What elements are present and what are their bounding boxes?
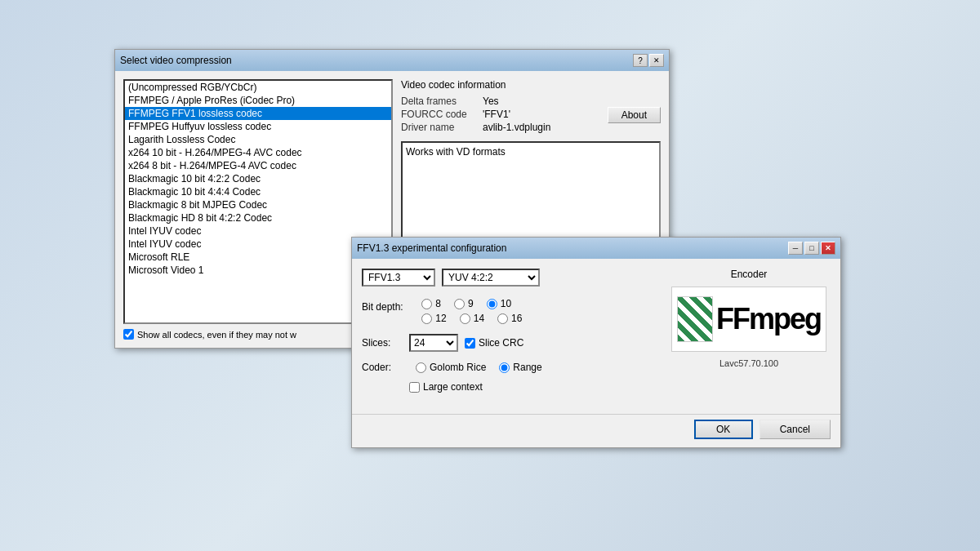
bit-depth-row-2: 12 14 16 bbox=[421, 313, 522, 324]
fourcc-label: FOURCC code bbox=[401, 109, 483, 120]
list-item[interactable]: FFMPEG / Apple ProRes (iCodec Pro) bbox=[125, 94, 391, 107]
about-button[interactable]: About bbox=[608, 107, 661, 123]
bit-depth-10-radio[interactable] bbox=[487, 299, 497, 309]
ffv-dialog-content: FFV1.3 YUV 4:2:2 YUV 4:2:0 YUV 4:4:4 Bit… bbox=[352, 259, 840, 414]
bit-depth-16-label: 16 bbox=[511, 313, 522, 324]
slice-crc-item[interactable]: Slice CRC bbox=[465, 337, 523, 349]
bit-depth-12-radio[interactable] bbox=[421, 313, 432, 324]
fourcc-value: 'FFV1' bbox=[483, 109, 608, 120]
bit-depth-8-label: 8 bbox=[435, 298, 441, 309]
codec-description-box: Works with VD formats bbox=[401, 141, 661, 247]
ffmpeg-logo: FFmpeg bbox=[677, 296, 821, 342]
ffv-title-bar: FFV1.3 experimental configuration ─ □ ✕ bbox=[352, 238, 840, 259]
list-item[interactable]: Blackmagic HD 8 bit 4:2:2 Codec bbox=[125, 211, 391, 224]
large-context-row: Large context bbox=[362, 381, 654, 393]
golomb-rice-item[interactable]: Golomb Rice bbox=[416, 362, 486, 373]
ffmpeg-logo-box: FFmpeg bbox=[671, 287, 826, 352]
driver-value: avlib-1.vdplugin bbox=[483, 122, 608, 133]
main-dialog-title: Select video compression bbox=[120, 55, 232, 66]
bit-depth-label: Bit depth: bbox=[362, 301, 419, 313]
bit-depth-12-item[interactable]: 12 bbox=[421, 313, 446, 324]
ffv-config-dialog: FFV1.3 experimental configuration ─ □ ✕ … bbox=[351, 237, 841, 448]
golomb-rice-radio[interactable] bbox=[416, 362, 426, 373]
main-dialog-controls: ? ✕ bbox=[633, 54, 664, 67]
ffv-dialog-controls: ─ □ ✕ bbox=[788, 242, 835, 255]
bit-depth-row-1: 8 9 10 bbox=[421, 298, 522, 309]
ffv-dialog-title: FFV1.3 experimental configuration bbox=[357, 242, 506, 254]
main-dialog-title-bar: Select video compression ? ✕ bbox=[115, 50, 669, 71]
ffv-dialog-buttons: OK Cancel bbox=[352, 414, 840, 447]
driver-label: Driver name bbox=[401, 122, 483, 133]
slices-row: Slices: 24 4 6 9 12 16 30 Slice CRC bbox=[362, 334, 654, 352]
codec-description-text: Works with VD formats bbox=[406, 146, 506, 158]
golomb-rice-label: Golomb Rice bbox=[430, 362, 486, 373]
list-item[interactable]: x264 8 bit - H.264/MPEG-4 AVC codec bbox=[125, 159, 391, 172]
codec-version-select[interactable]: FFV1.3 bbox=[362, 269, 435, 287]
bit-depth-9-item[interactable]: 9 bbox=[454, 298, 474, 309]
codec-info-title: Video codec information bbox=[401, 79, 661, 91]
slice-crc-label: Slice CRC bbox=[479, 337, 523, 349]
minimize-button[interactable]: ─ bbox=[788, 242, 803, 255]
bit-depth-10-item[interactable]: 10 bbox=[487, 298, 511, 309]
range-item[interactable]: Range bbox=[499, 362, 541, 373]
cancel-button[interactable]: Cancel bbox=[760, 420, 831, 439]
ffmpeg-stripe-icon bbox=[677, 296, 713, 342]
bit-depth-9-label: 9 bbox=[468, 298, 474, 309]
list-item[interactable]: (Uncompressed RGB/YCbCr) bbox=[125, 81, 391, 94]
driver-row: Driver name avlib-1.vdplugin bbox=[401, 122, 608, 133]
list-item[interactable]: FFMPEG Huffyuv lossless codec bbox=[125, 120, 391, 133]
ffv-close-button[interactable]: ✕ bbox=[821, 242, 835, 255]
slices-label: Slices: bbox=[362, 337, 403, 349]
large-context-label: Large context bbox=[423, 381, 483, 393]
dropdowns-row: FFV1.3 YUV 4:2:2 YUV 4:2:0 YUV 4:4:4 bbox=[362, 269, 654, 287]
bit-depth-8-radio[interactable] bbox=[421, 299, 432, 309]
list-item[interactable]: x264 10 bit - H.264/MPEG-4 AVC codec bbox=[125, 146, 391, 159]
yuv-format-select[interactable]: YUV 4:2:2 YUV 4:2:0 YUV 4:4:4 bbox=[442, 269, 540, 287]
ok-button[interactable]: OK bbox=[694, 420, 753, 439]
bit-depth-12-label: 12 bbox=[435, 313, 446, 324]
bit-depth-14-radio[interactable] bbox=[460, 313, 470, 324]
large-context-checkbox[interactable] bbox=[409, 382, 420, 393]
range-radio[interactable] bbox=[499, 362, 510, 373]
list-item[interactable]: Blackmagic 10 bit 4:4:4 Codec bbox=[125, 185, 391, 198]
list-item[interactable]: Blackmagic 8 bit MJPEG Codec bbox=[125, 198, 391, 211]
fourcc-row: FOURCC code 'FFV1' bbox=[401, 109, 608, 120]
delta-frames-value: Yes bbox=[483, 96, 608, 107]
bit-depth-section: Bit depth: 8 9 10 bbox=[362, 298, 654, 324]
encoder-label: Encoder bbox=[731, 269, 768, 280]
ffmpeg-version: Lavc57.70.100 bbox=[719, 358, 778, 368]
show-all-codecs-label: Show all codecs, even if they may not w bbox=[137, 330, 296, 340]
bit-depth-16-item[interactable]: 16 bbox=[497, 313, 522, 324]
delta-frames-label: Delta frames bbox=[401, 96, 483, 107]
about-row: Delta frames Yes FOURCC code 'FFV1' Driv… bbox=[401, 96, 661, 135]
list-item[interactable]: FFMPEG FFV1 lossless codec bbox=[125, 107, 391, 120]
delta-frames-row: Delta frames Yes bbox=[401, 96, 608, 107]
ffv-right-panel: Encoder FFmpeg Lavc57.70.100 bbox=[667, 269, 831, 404]
maximize-button[interactable]: □ bbox=[804, 242, 819, 255]
ffv-left-panel: FFV1.3 YUV 4:2:2 YUV 4:2:0 YUV 4:4:4 Bit… bbox=[362, 269, 654, 404]
slices-select[interactable]: 24 4 6 9 12 16 30 bbox=[409, 334, 458, 352]
list-item[interactable]: Blackmagic 10 bit 4:2:2 Codec bbox=[125, 172, 391, 185]
coder-row: Coder: Golomb Rice Range bbox=[362, 362, 654, 373]
bit-depth-10-label: 10 bbox=[501, 298, 511, 309]
bit-depth-radio-group: 8 9 10 12 bbox=[421, 298, 522, 324]
list-item[interactable]: Intel IYUV codec bbox=[125, 224, 391, 238]
bit-depth-9-radio[interactable] bbox=[454, 299, 465, 309]
help-button[interactable]: ? bbox=[633, 54, 648, 67]
bit-depth-8-item[interactable]: 8 bbox=[421, 298, 441, 309]
range-label: Range bbox=[513, 362, 541, 373]
ffmpeg-text: FFmpeg bbox=[716, 302, 821, 336]
close-button-main[interactable]: ✕ bbox=[649, 54, 664, 67]
bit-depth-14-item[interactable]: 14 bbox=[460, 313, 484, 324]
show-all-codecs-checkbox[interactable] bbox=[123, 329, 134, 340]
list-item[interactable]: Lagarith Lossless Codec bbox=[125, 133, 391, 146]
slice-crc-checkbox[interactable] bbox=[465, 338, 475, 349]
bit-depth-16-radio[interactable] bbox=[497, 313, 508, 324]
large-context-item[interactable]: Large context bbox=[409, 381, 483, 393]
coder-label: Coder: bbox=[362, 362, 403, 373]
bit-depth-14-label: 14 bbox=[474, 313, 484, 324]
